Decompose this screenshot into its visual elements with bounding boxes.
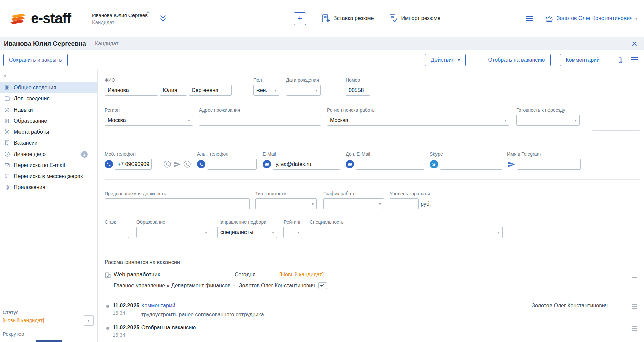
telegram-input[interactable] <box>517 159 581 170</box>
comment-label: Комментарий <box>566 57 600 63</box>
experience-input[interactable] <box>105 227 129 238</box>
employment-type-field: Тип занятости ▾ <box>255 191 317 209</box>
chevron-down-icon: ▾ <box>297 230 299 235</box>
recruiter-label: Рекрутер <box>3 331 94 337</box>
education-select[interactable]: ▾ <box>136 227 210 238</box>
envelope-icon <box>346 160 354 168</box>
schedule-select[interactable]: ▾ <box>323 198 384 209</box>
sidebar-item-vacancies[interactable]: Вакансии <box>0 137 97 148</box>
sidebar-item-label: Вакансии <box>14 140 38 146</box>
chevron-down-icon: ▾ <box>498 230 500 235</box>
job-region-label: Регион поиска работы <box>327 107 509 113</box>
attachments-paperclip-icon[interactable] <box>616 56 624 65</box>
job-region-select[interactable]: Москва ▾ <box>327 115 509 126</box>
section-divider <box>105 297 640 297</box>
status-dropdown-button[interactable]: ▾ <box>84 315 94 326</box>
education-label: Образование <box>136 219 210 225</box>
import-resume-button[interactable]: Импорт резюме <box>389 14 440 23</box>
specialty-select[interactable]: ▾ <box>310 227 503 238</box>
chevron-down-icon[interactable]: ▾ <box>635 16 637 21</box>
last-name-input[interactable] <box>105 85 158 96</box>
main-menu-icon[interactable] <box>526 16 533 21</box>
import-resume-icon <box>389 14 397 23</box>
history-row: 11.02.2025 16:34 Комментарий трудоустрои… <box>105 303 640 318</box>
history-row-menu-icon[interactable] <box>632 326 637 332</box>
paste-resume-button[interactable]: Вставка резюме <box>321 14 374 23</box>
sidebar-item-education[interactable]: Образование <box>0 115 97 126</box>
comment-button[interactable]: Комментарий <box>560 54 605 66</box>
direction-select[interactable]: специалисты ▾ <box>217 227 277 238</box>
envelope-icon <box>4 162 10 168</box>
more-participants-badge[interactable]: +1 <box>318 282 327 289</box>
skype-s-glyph: S <box>432 161 435 167</box>
first-name-input[interactable] <box>160 85 187 96</box>
bullet-icon <box>106 305 109 308</box>
sidebar: « Общие сведения Доп. сведения Навыки <box>0 70 98 342</box>
section-divider <box>105 247 640 247</box>
collapse-sidebar-icon[interactable]: « <box>0 71 97 82</box>
toolbar-right: Действия ▾ Отобрать на вакансию Коммента… <box>425 54 638 66</box>
position-input[interactable] <box>105 198 250 209</box>
toolbar-menu-icon[interactable] <box>631 57 638 62</box>
chevron-down-icon: ▾ <box>188 118 190 123</box>
history-row-menu-icon[interactable] <box>632 304 637 310</box>
actions-label: Действия <box>431 57 454 63</box>
close-icon[interactable]: × <box>631 40 637 48</box>
actions-button[interactable]: Действия ▾ <box>425 54 465 66</box>
email-input[interactable] <box>273 159 340 170</box>
user-menu[interactable]: Золотов Олег Константинович <box>545 15 633 22</box>
sidebar-item-skills[interactable]: Навыки <box>0 104 97 115</box>
chevron-down-icon: ▾ <box>272 230 274 235</box>
salary-input[interactable] <box>390 198 419 209</box>
gender-select[interactable]: жен. ▾ <box>253 85 279 96</box>
specialty-label: Специальность <box>310 219 503 225</box>
record-titlebar: Иванова Юлия Сергеевна Кандидат × <box>0 37 644 50</box>
save-close-button[interactable]: Сохранить и закрыть <box>3 54 68 66</box>
app-logo[interactable]: e-staff <box>9 10 71 27</box>
relocation-select[interactable]: ▾ <box>516 115 580 126</box>
sidebar-item-messenger-correspondence[interactable]: Переписка в мессенджерах <box>0 171 97 182</box>
mobile-phone-input[interactable] <box>115 159 152 170</box>
assign-vacancy-button[interactable]: Отобрать на вакансию <box>483 54 551 66</box>
middle-name-input[interactable] <box>189 85 232 96</box>
employment-type-select[interactable]: ▾ <box>255 198 317 209</box>
telegram-icon[interactable] <box>174 161 181 168</box>
viber-icon[interactable] <box>183 160 191 168</box>
envelope-icon <box>263 160 271 168</box>
sidebar-item-label: Общие сведения <box>14 85 56 91</box>
region-select[interactable]: Москва ▾ <box>105 115 193 126</box>
rating-select[interactable]: ▾ <box>283 227 302 238</box>
address-input[interactable] <box>199 115 321 126</box>
sidebar-item-workplaces[interactable]: Места работы <box>0 126 97 137</box>
history-title-link[interactable]: Комментарий <box>141 303 532 309</box>
photo-placeholder[interactable] <box>592 74 640 131</box>
sidebar-item-email-correspondence[interactable]: Переписка по E-mail <box>0 160 97 171</box>
whatsapp-icon[interactable] <box>163 160 171 168</box>
sidebar-item-general[interactable]: Общие сведения <box>0 82 97 93</box>
salary-field: Уровень зарплаты руб. <box>390 191 431 209</box>
candidate-form: ФИО Пол жен. ▾ Дата рождения <box>98 70 644 342</box>
sidebar-item-additional[interactable]: Доп. сведения <box>0 93 97 104</box>
add-record-button[interactable]: + <box>294 12 306 25</box>
history-date: 11.02.2025 <box>113 325 141 331</box>
recent-record-title: Иванова Юлия Сергеевна <box>92 12 148 18</box>
sidebar-item-label: Навыки <box>14 107 33 113</box>
double-chevron-down-icon[interactable] <box>160 15 166 22</box>
recruiter-input-cutoff[interactable] <box>36 340 62 342</box>
vacancy-title[interactable]: Web-разработчик <box>114 271 235 278</box>
alt-phone-input[interactable] <box>207 159 257 170</box>
layers-icon <box>4 118 10 124</box>
chevron-down-icon: ▾ <box>88 318 90 323</box>
sidebar-item-attachments[interactable]: Приложения <box>0 182 97 193</box>
recent-record-card[interactable]: Иванова Юлия Сергеевна Кандидат <box>88 9 152 28</box>
email2-field: Доп. E-Mail <box>346 151 424 170</box>
logo-text: e-staff <box>31 10 71 27</box>
sidebar-item-personal-file[interactable]: Личное дело 2 <box>0 148 97 160</box>
skype-input[interactable] <box>440 159 502 170</box>
tools-icon <box>4 129 10 135</box>
number-input[interactable] <box>346 85 370 96</box>
birth-date-select[interactable]: ▾ <box>286 85 321 96</box>
email2-input[interactable] <box>356 159 424 170</box>
import-resume-label: Импорт резюме <box>401 15 440 22</box>
vacancy-row-menu-icon[interactable] <box>632 273 637 279</box>
